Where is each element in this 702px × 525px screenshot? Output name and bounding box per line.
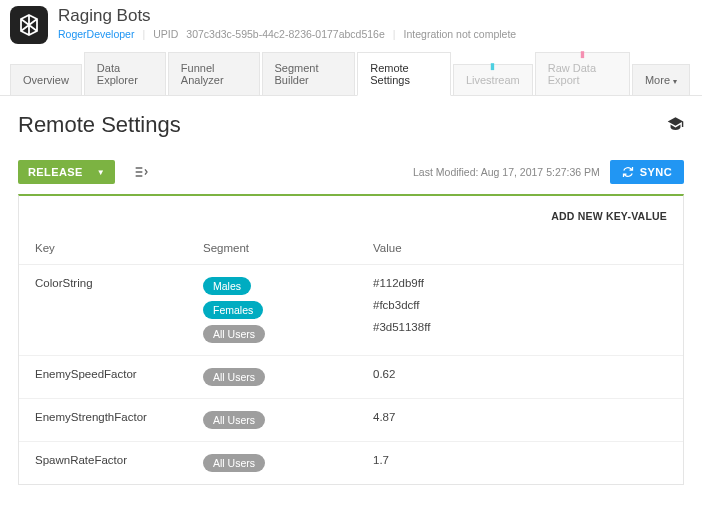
- value-text: #112db9ff: [373, 277, 667, 289]
- unity-icon: [10, 6, 48, 44]
- key-cell: ColorString: [35, 277, 203, 343]
- page-title: Remote Settings: [18, 112, 181, 138]
- col-header-value: Value: [373, 242, 667, 254]
- segment-cell: All Users: [203, 368, 373, 386]
- app-header: Raging Bots RogerDeveloper | UPID 307c3d…: [0, 0, 702, 52]
- tab-overview[interactable]: Overview: [10, 64, 82, 95]
- value-cell: 0.62: [373, 368, 667, 386]
- value-cell: #112db9ff#fcb3dcff#3d51138ff: [373, 277, 667, 343]
- value-text: #fcb3dcff: [373, 299, 667, 311]
- table-row[interactable]: SpawnRateFactorAll Users1.7: [19, 442, 683, 484]
- sync-button-label: SYNC: [640, 166, 672, 178]
- tab-raw-data-export-label: Raw Data Export: [548, 62, 596, 86]
- upid-label: UPID: [153, 28, 178, 40]
- segment-chip[interactable]: All Users: [203, 368, 265, 386]
- tab-bar: Overview Data Explorer Funnel Analyzer S…: [0, 52, 702, 96]
- key-cell: EnemyStrengthFactor: [35, 411, 203, 429]
- value-text: 4.87: [373, 411, 667, 423]
- table-row[interactable]: EnemyStrengthFactorAll Users4.87: [19, 399, 683, 442]
- developer-link[interactable]: RogerDeveloper: [58, 28, 134, 40]
- segment-chip[interactable]: Males: [203, 277, 251, 295]
- tab-raw-data-export[interactable]: ▮Raw Data Export: [535, 52, 630, 95]
- upid-value: 307c3d3c-595b-44c2-8236-0177abcd516e: [186, 28, 385, 40]
- key-cell: SpawnRateFactor: [35, 454, 203, 472]
- segment-chip[interactable]: All Users: [203, 325, 265, 343]
- key-cell: EnemySpeedFactor: [35, 368, 203, 386]
- release-button[interactable]: RELEASE ▼: [18, 160, 115, 184]
- segment-chip[interactable]: All Users: [203, 411, 265, 429]
- priority-icon[interactable]: [133, 164, 149, 180]
- col-header-key: Key: [35, 242, 203, 254]
- value-cell: 1.7: [373, 454, 667, 472]
- integration-status: Integration not complete: [404, 28, 517, 40]
- value-text: #3d51138ff: [373, 321, 667, 333]
- tab-segment-builder[interactable]: Segment Builder: [262, 52, 356, 95]
- tab-livestream[interactable]: ▮Livestream: [453, 64, 533, 95]
- caret-down-icon: ▼: [97, 168, 105, 177]
- tab-data-explorer[interactable]: Data Explorer: [84, 52, 166, 95]
- tab-more[interactable]: More: [632, 64, 690, 95]
- value-cell: 4.87: [373, 411, 667, 429]
- settings-card: ADD NEW KEY-VALUE Key Segment Value Colo…: [18, 194, 684, 485]
- sync-button[interactable]: SYNC: [610, 160, 684, 184]
- segment-cell: MalesFemalesAll Users: [203, 277, 373, 343]
- table-row[interactable]: EnemySpeedFactorAll Users0.62: [19, 356, 683, 399]
- tab-remote-settings[interactable]: Remote Settings: [357, 52, 451, 96]
- table-row[interactable]: ColorStringMalesFemalesAll Users#112db9f…: [19, 265, 683, 356]
- segment-cell: All Users: [203, 411, 373, 429]
- sync-icon: [622, 166, 634, 178]
- release-button-label: RELEASE: [28, 166, 83, 178]
- col-header-segment: Segment: [203, 242, 373, 254]
- segment-chip[interactable]: All Users: [203, 454, 265, 472]
- add-key-value-button[interactable]: ADD NEW KEY-VALUE: [19, 196, 683, 232]
- app-title: Raging Bots: [58, 6, 516, 26]
- tab-livestream-label: Livestream: [466, 74, 520, 86]
- table-header: Key Segment Value: [19, 232, 683, 265]
- graduation-cap-icon[interactable]: [667, 115, 684, 135]
- tab-funnel-analyzer[interactable]: Funnel Analyzer: [168, 52, 260, 95]
- segment-cell: All Users: [203, 454, 373, 472]
- segment-chip[interactable]: Females: [203, 301, 263, 319]
- value-text: 0.62: [373, 368, 667, 380]
- last-modified: Last Modified: Aug 17, 2017 5:27:36 PM: [413, 166, 600, 178]
- value-text: 1.7: [373, 454, 667, 466]
